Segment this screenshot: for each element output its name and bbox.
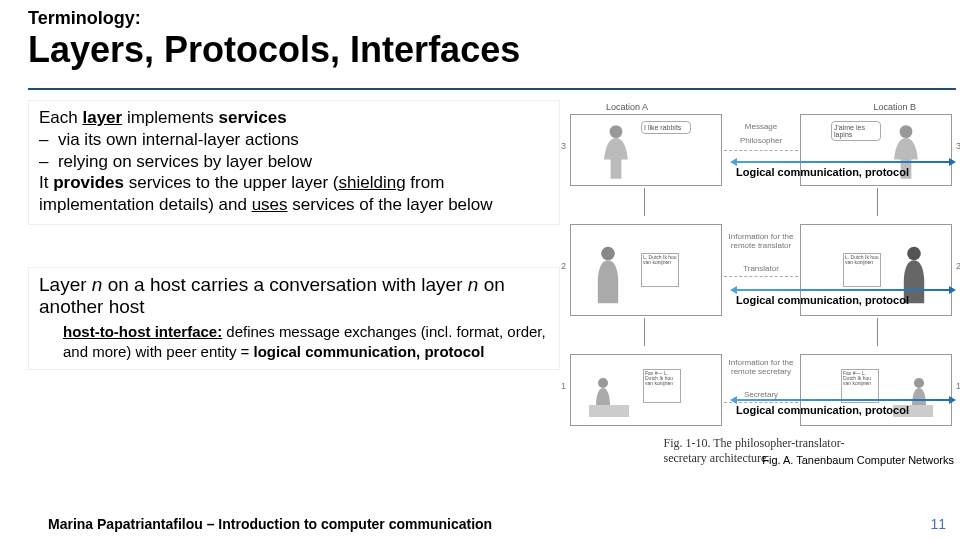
layer-num: 3 <box>956 141 960 151</box>
logical-label: Logical communication, protocol <box>736 294 909 306</box>
logical-arrow <box>730 398 956 402</box>
t: services <box>219 108 287 127</box>
t: logical communication, protocol <box>254 343 485 360</box>
logical-arrow <box>730 288 956 292</box>
layer-num: 2 <box>956 261 960 271</box>
info-label: Information for the remote secretary <box>726 358 796 376</box>
slide-title: Layers, Protocols, Interfaces <box>28 31 932 69</box>
bullet: relying on services by layer below <box>58 152 312 171</box>
page-number: 11 <box>930 516 946 532</box>
loc-a-label: Location A <box>606 102 648 112</box>
layer-num: 1 <box>561 381 566 391</box>
pretitle: Terminology: <box>28 8 932 29</box>
logical-label: Logical communication, protocol <box>736 166 909 178</box>
box-services: Each layer implements services – via its… <box>28 100 560 225</box>
t: n <box>468 274 479 295</box>
person-icon <box>599 123 633 181</box>
t: services to the upper layer ( <box>124 173 338 192</box>
person-icon <box>591 239 625 311</box>
arrow-down-icon <box>644 318 645 346</box>
svg-point-1 <box>900 125 913 138</box>
t: Layer <box>39 274 92 295</box>
arrow-down-icon <box>644 188 645 216</box>
svg-point-5 <box>598 378 608 388</box>
svg-point-7 <box>914 378 924 388</box>
box-protocol: Layer n on a host carries a conversation… <box>28 267 560 371</box>
loc-b-label: Location B <box>873 102 916 112</box>
t: shielding <box>339 173 406 192</box>
layer-num: 1 <box>956 381 960 391</box>
msg-label: Message <box>745 122 777 131</box>
layer-num: 3 <box>561 141 566 151</box>
dash <box>724 150 798 151</box>
person-desk-icon <box>587 371 631 421</box>
t: on a host carries a conversation with la… <box>102 274 467 295</box>
panel-a3: 1 Fax #— L. Dutch Ik hou van konijnen <box>570 354 722 426</box>
arrow-up-icon <box>877 318 878 346</box>
panel-a1: 3 I like rabbits <box>570 114 722 186</box>
t: implements <box>122 108 218 127</box>
svg-point-3 <box>907 247 921 261</box>
t: host-to-host interface: <box>63 323 222 340</box>
t: layer <box>82 108 122 127</box>
title-rule <box>28 88 956 90</box>
panel-a2: 2 L. Dutch Ik hou van konijnen <box>570 224 722 316</box>
note: L. Dutch Ik hou van konijnen <box>641 253 679 287</box>
note: L. Dutch Ik hou van konijnen <box>843 253 881 287</box>
svg-point-2 <box>601 247 615 261</box>
logical-arrow <box>730 160 956 164</box>
figure-attribution: Fig. A. Tanenbaum Computer Networks <box>762 454 954 466</box>
info-label: Information for the remote translator <box>726 232 796 250</box>
speech-bubble: J'aime les lapins <box>831 121 881 141</box>
role-label: Philosopher <box>740 136 782 145</box>
logical-label: Logical communication, protocol <box>736 404 909 416</box>
t: n <box>92 274 103 295</box>
figure-area: Location A Location B 3 I like rabbits 3… <box>566 100 956 430</box>
svg-rect-4 <box>589 405 629 417</box>
svg-point-0 <box>610 125 623 138</box>
t: uses <box>252 195 288 214</box>
role-label: Translator <box>743 264 779 273</box>
dash <box>724 276 798 277</box>
layer-num: 2 <box>561 261 566 271</box>
t: Each <box>39 108 82 127</box>
arrow-up-icon <box>877 188 878 216</box>
t: provides <box>53 173 124 192</box>
speech-bubble: I like rabbits <box>641 121 691 134</box>
footer-text: Marina Papatriantafilou – Introduction t… <box>48 516 492 532</box>
fax-note: Fax #— L. Dutch Ik hou van konijnen <box>643 369 681 403</box>
t: It <box>39 173 53 192</box>
bullet: via its own internal-layer actions <box>58 130 299 149</box>
t: services of the layer below <box>288 195 493 214</box>
